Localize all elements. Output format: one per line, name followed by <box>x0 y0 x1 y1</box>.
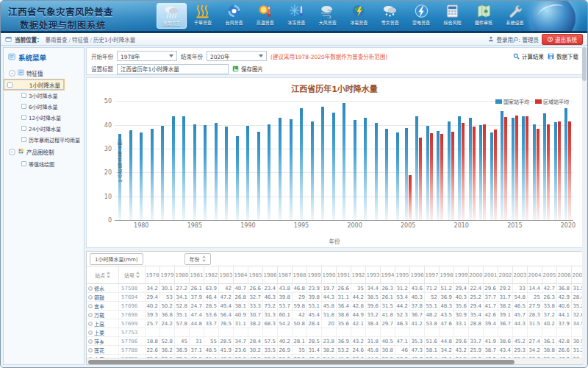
bar-group-2007 <box>424 97 435 220</box>
value-cell: 54.2 <box>278 319 293 328</box>
vertical-scrollbar-thumb[interactable] <box>582 47 587 81</box>
station-name-cell: 铜鼓 <box>87 293 119 301</box>
chart-title-input[interactable] <box>117 64 229 74</box>
station-radio[interactable] <box>88 339 93 344</box>
toolbar-item-sun[interactable]: 高温普查 <box>250 3 280 29</box>
sidebar-group-特征值[interactable]: -特征值 <box>4 66 84 79</box>
sidebar-item-24小时降水量[interactable]: 24小时降水量 <box>4 123 84 134</box>
checkbox-icon <box>21 115 26 120</box>
value-cell: 26.6 <box>337 284 351 292</box>
value-cell: 55.1 <box>425 302 440 310</box>
value-cell: 32.7 <box>248 293 263 301</box>
save-image-button[interactable]: 保存图片 <box>232 65 263 73</box>
bar-group-1994 <box>285 97 296 220</box>
bolt-icon <box>413 4 430 18</box>
toolbar-item-map[interactable]: 图件审核 <box>469 3 499 29</box>
sidebar-item-12小时降水量[interactable]: 12小时降水量 <box>4 112 84 123</box>
sidebar-item-1小时降水量[interactable]: 1小时降水量 <box>4 79 64 90</box>
value-cell: 54.8 <box>513 293 528 301</box>
toolbar-item-freeze[interactable]: 冰冻普查 <box>282 3 312 29</box>
value-cell: 33 <box>513 284 528 292</box>
value-cell: 33.3 <box>248 302 263 310</box>
sidebar-item-历年暴雨过程平均雨量[interactable]: 历年暴雨过程平均雨量 <box>4 134 84 145</box>
bar-national <box>385 129 388 220</box>
horizontal-scrollbar-thumb[interactable] <box>88 360 514 364</box>
station-name-cell: 莲花 <box>87 346 119 354</box>
year-column-header: 1983 <box>219 266 234 283</box>
start-year-select[interactable]: 1978年 <box>117 51 177 61</box>
toolbar-item-heat[interactable]: 干旱普查 <box>187 3 218 29</box>
expand-toggle-icon[interactable]: - <box>9 149 15 155</box>
breadcrumb-segment[interactable]: 暴雨普查 <box>46 37 68 43</box>
sidebar-group-label: 特征值 <box>26 69 43 77</box>
station-radio[interactable] <box>88 313 93 317</box>
toolbar-item-snow[interactable]: 雪灾普查 <box>375 3 405 29</box>
logout-button[interactable]: 退出系统 <box>542 34 583 45</box>
station-radio[interactable] <box>88 348 93 353</box>
toolbar-item-wind[interactable]: 大风普查 <box>312 3 343 29</box>
station-id-cell: 57696 <box>119 302 146 310</box>
station-id-column-header[interactable]: 站号 <box>119 266 146 283</box>
toolbar-item-calc[interactable]: 综合风险 <box>437 3 467 29</box>
expand-toggle-icon[interactable]: - <box>9 70 15 77</box>
value-cell: 33.5 <box>263 346 278 354</box>
sidebar-item-label: 12小时降水量 <box>29 114 61 121</box>
toolbar-item-label: 干旱普查 <box>194 19 212 26</box>
bar-group-2004 <box>392 97 403 220</box>
bar-national <box>182 116 185 220</box>
end-year-select[interactable]: 2020年 <box>207 51 267 61</box>
station-column-header[interactable]: 站点 <box>87 266 119 283</box>
value-cell: 24.2 <box>160 319 175 328</box>
calc-result-button[interactable]: 计算结果 <box>513 52 544 60</box>
station-radio[interactable] <box>88 330 93 335</box>
value-cell: 29.3 <box>513 346 528 354</box>
toolbar-item-bolt[interactable]: 雷电普查 <box>406 3 437 29</box>
bar-group-2014 <box>499 97 510 220</box>
value-cell: 38.1 <box>234 302 248 310</box>
sidebar-item-6小时降水量[interactable]: 6小时降水量 <box>4 101 84 112</box>
year-sort-header[interactable]: 年份 <box>184 253 211 265</box>
value-cell <box>307 328 322 336</box>
value-cell: 38.2 <box>248 319 263 328</box>
value-cell <box>454 328 469 336</box>
calc-result-label: 计算结果 <box>522 52 544 60</box>
station-radio[interactable] <box>88 286 93 291</box>
sort-icon <box>202 255 206 262</box>
value-cell: 40.5 <box>381 337 395 345</box>
toolbar-item-wrench[interactable]: 系统设置 <box>500 3 530 29</box>
breadcrumb-segment[interactable]: 特征值 <box>72 37 89 43</box>
toolbar-item-rain[interactable]: 暴雨普查 <box>157 3 187 29</box>
snow-icon <box>381 4 398 18</box>
value-cell: 47.2 <box>219 293 234 301</box>
bar-national <box>311 121 314 220</box>
breadcrumb-separator: / <box>90 37 93 43</box>
value-cell: 35.2 <box>572 302 582 310</box>
list-icon <box>18 69 24 77</box>
station-radio[interactable] <box>88 295 93 300</box>
location-icon <box>5 36 12 43</box>
value-cell: 24.7 <box>190 302 204 310</box>
bar-national <box>375 123 378 220</box>
value-cell: 31.5 <box>381 302 395 310</box>
sidebar-item-等值线绘图[interactable]: 等值线绘图 <box>4 158 84 169</box>
toolbar-item-typhoon[interactable]: 台风普查 <box>219 3 249 29</box>
data-download-button[interactable]: 数据下载 <box>548 52 578 60</box>
station-radio[interactable] <box>88 322 93 326</box>
vertical-scrollbar[interactable] <box>582 46 587 365</box>
value-cell: 38.4 <box>366 319 381 328</box>
sidebar-group-产品图绘制[interactable]: -产品图绘制 <box>4 145 84 158</box>
value-cell: 53 <box>160 293 175 301</box>
year-column-header: 2007 <box>572 266 582 283</box>
bar-national <box>140 132 143 220</box>
station-radio[interactable] <box>88 304 93 308</box>
search-icon <box>513 53 520 60</box>
sidebar-item-3小时降水量[interactable]: 3小时降水量 <box>4 90 84 101</box>
toolbar-item-hail[interactable]: 冰雹普查 <box>344 3 374 29</box>
breadcrumb-segment[interactable]: 历史1小时降水量 <box>93 37 135 43</box>
bar-national <box>405 128 408 220</box>
chevron-down-icon <box>259 54 263 57</box>
value-cell: 44.2 <box>351 293 366 301</box>
bar-national <box>279 118 282 220</box>
value-cell: 52.8 <box>160 337 175 345</box>
horizontal-scrollbar[interactable] <box>87 358 582 364</box>
